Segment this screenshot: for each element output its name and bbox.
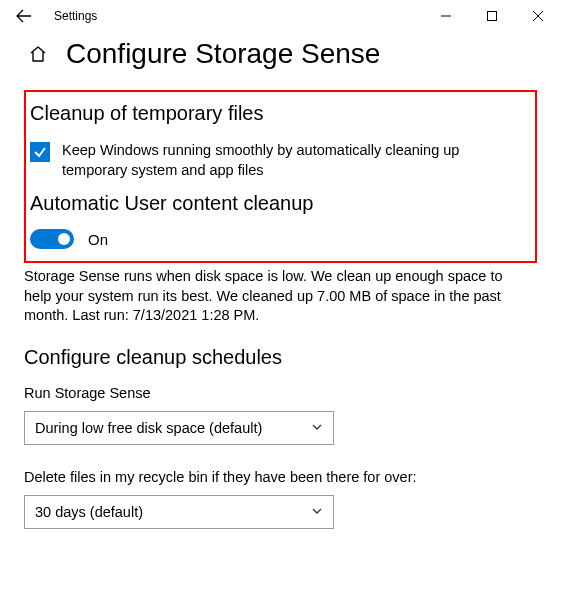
highlight-box: Cleanup of temporary files Keep Windows …: [24, 90, 537, 263]
page-title: Configure Storage Sense: [66, 38, 380, 70]
checkbox-row-temp-files[interactable]: Keep Windows running smoothly by automat…: [30, 141, 527, 180]
checkbox-temp-files-label: Keep Windows running smoothly by automat…: [62, 141, 527, 180]
recycle-bin-label: Delete files in my recycle bin if they h…: [24, 469, 537, 485]
window-controls: [423, 0, 561, 32]
run-storage-sense-dropdown[interactable]: During low free disk space (default): [24, 411, 334, 445]
maximize-icon: [487, 11, 497, 21]
section-auto-cleanup-title: Automatic User content cleanup: [30, 192, 527, 215]
section-cleanup-temp-title: Cleanup of temporary files: [30, 102, 527, 125]
svg-rect-1: [488, 12, 497, 21]
toggle-knob: [58, 233, 70, 245]
toggle-row-auto-cleanup: On: [30, 229, 527, 249]
toggle-auto-cleanup[interactable]: [30, 229, 74, 249]
toggle-auto-cleanup-label: On: [88, 231, 108, 248]
home-button[interactable]: [28, 44, 48, 64]
maximize-button[interactable]: [469, 0, 515, 32]
close-icon: [533, 11, 543, 21]
recycle-bin-dropdown[interactable]: 30 days (default): [24, 495, 334, 529]
minimize-icon: [441, 11, 451, 21]
back-arrow-icon: [16, 8, 32, 24]
checkbox-temp-files[interactable]: [30, 142, 50, 162]
home-icon: [28, 44, 48, 64]
content: Cleanup of temporary files Keep Windows …: [0, 90, 561, 529]
chevron-down-icon: [311, 504, 323, 520]
close-button[interactable]: [515, 0, 561, 32]
checkmark-icon: [33, 145, 47, 159]
page-header: Configure Storage Sense: [0, 32, 561, 90]
back-button[interactable]: [8, 0, 40, 32]
chevron-down-icon: [311, 420, 323, 436]
recycle-bin-selected: 30 days (default): [35, 504, 143, 520]
app-title: Settings: [54, 9, 97, 23]
schedules-heading: Configure cleanup schedules: [24, 346, 537, 369]
run-storage-sense-label: Run Storage Sense: [24, 385, 537, 401]
storage-sense-description: Storage Sense runs when disk space is lo…: [24, 267, 524, 326]
run-storage-sense-selected: During low free disk space (default): [35, 420, 262, 436]
minimize-button[interactable]: [423, 0, 469, 32]
titlebar: Settings: [0, 0, 561, 32]
